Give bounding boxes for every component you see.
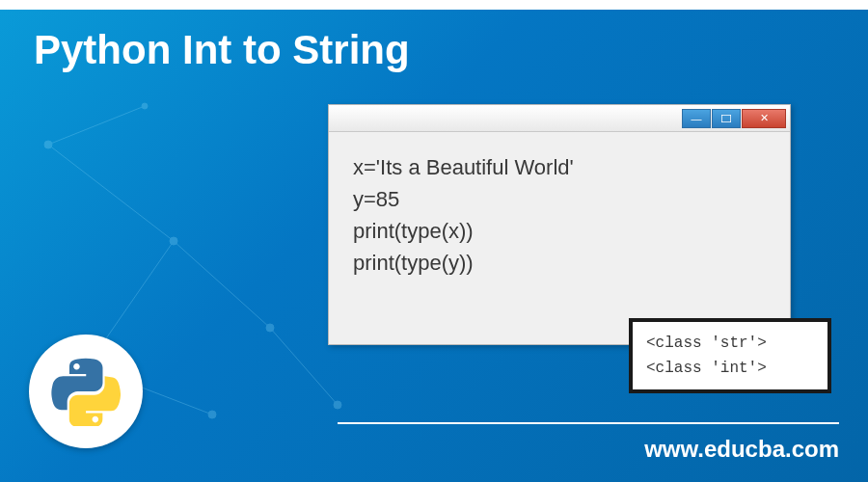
maximize-icon: [721, 115, 731, 122]
page-title: Python Int to String: [34, 27, 410, 73]
svg-point-6: [44, 141, 52, 148]
svg-point-7: [170, 237, 177, 245]
svg-point-10: [208, 411, 216, 418]
code-line-1: x='Its a Beautiful World': [353, 151, 766, 183]
output-line-1: <class 'str'>: [646, 332, 814, 357]
close-button[interactable]: ✕: [742, 109, 786, 128]
svg-rect-13: [721, 115, 731, 122]
maximize-button[interactable]: [712, 109, 741, 128]
window-titlebar: — ✕: [329, 105, 790, 132]
svg-point-12: [142, 103, 148, 109]
minimize-button[interactable]: —: [682, 109, 711, 128]
divider-line: [338, 422, 839, 424]
svg-line-0: [48, 145, 174, 241]
code-content: x='Its a Beautiful World' y=85 print(typ…: [329, 132, 790, 298]
svg-line-5: [48, 106, 145, 145]
code-window: — ✕ x='Its a Beautiful World' y=85 print…: [328, 104, 791, 345]
output-line-2: <class 'int'>: [646, 357, 814, 382]
code-line-2: y=85: [353, 183, 766, 215]
code-line-4: print(type(y)): [353, 247, 766, 279]
output-box: <class 'str'> <class 'int'>: [629, 318, 831, 393]
svg-point-9: [266, 324, 274, 332]
svg-line-2: [174, 241, 270, 328]
python-logo-icon: [51, 357, 121, 426]
python-logo-container: [29, 335, 143, 448]
code-line-3: print(type(x)): [353, 215, 766, 247]
website-url: www.educba.com: [644, 436, 839, 463]
svg-point-11: [334, 401, 341, 409]
